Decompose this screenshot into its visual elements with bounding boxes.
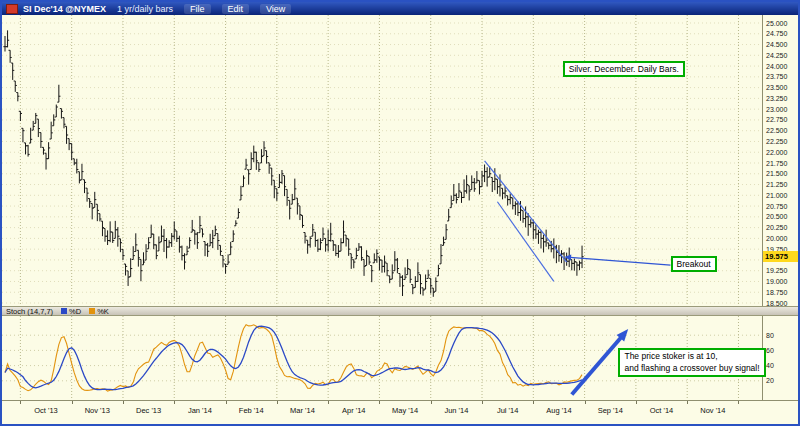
x-axis-tick xyxy=(687,401,688,404)
x-axis-label: Mar '14 xyxy=(280,406,324,415)
price-tick-label: 19.000 xyxy=(766,278,787,285)
x-axis-label: Sep '14 xyxy=(588,406,632,415)
chart-client-area: 25.00024.75024.50024.25024.00023.75023.5… xyxy=(2,15,798,424)
percent-d-label: %D xyxy=(69,307,81,316)
x-axis-tick xyxy=(328,401,329,404)
annotation-breakout[interactable]: Breakout xyxy=(671,256,717,272)
x-axis-tick xyxy=(277,401,278,404)
price-scale[interactable]: 25.00024.75024.50024.25024.00023.75023.5… xyxy=(762,15,799,306)
price-tick-label: 20.500 xyxy=(766,213,787,220)
price-tick-label: 24.750 xyxy=(766,30,787,37)
price-tick-label: 21.000 xyxy=(766,192,787,199)
x-axis-label: Jul '14 xyxy=(486,406,530,415)
price-chart-panel[interactable] xyxy=(2,15,762,306)
indicator-splitter[interactable]: Stoch (14,7,7) %D %K xyxy=(2,306,798,316)
price-tick-label: 21.250 xyxy=(766,181,787,188)
annotation-stoch-note[interactable]: The price stoker is at 10, and flashing … xyxy=(618,348,765,377)
x-axis-label: Dec '13 xyxy=(127,406,171,415)
x-axis-label: Feb '14 xyxy=(229,406,273,415)
stoch-tick-label: 60 xyxy=(766,347,774,354)
annotation-breakout-text: Breakout xyxy=(677,259,711,269)
percent-d-swatch-icon xyxy=(61,308,67,314)
x-axis-label: Nov '14 xyxy=(691,406,735,415)
x-axis-label: Aug '14 xyxy=(537,406,581,415)
x-axis-label: Nov '13 xyxy=(75,406,119,415)
x-axis-tick xyxy=(226,401,227,404)
last-price-badge: 19.575 xyxy=(763,251,799,262)
x-axis-label: Jan '14 xyxy=(178,406,222,415)
percent-k-swatch-icon xyxy=(89,308,95,314)
price-tick-label: 24.500 xyxy=(766,41,787,48)
price-tick-label: 22.750 xyxy=(766,116,787,123)
x-axis-tick xyxy=(431,401,432,404)
x-axis-tick xyxy=(636,401,637,404)
price-tick-label: 24.000 xyxy=(766,63,787,70)
x-axis-tick xyxy=(482,401,483,404)
price-tick-label: 23.000 xyxy=(766,106,787,113)
x-axis-tick xyxy=(174,401,175,404)
price-tick-label: 22.500 xyxy=(766,127,787,134)
stoch-tick-label: 40 xyxy=(766,362,774,369)
x-axis-tick xyxy=(533,401,534,404)
price-tick-label: 19.250 xyxy=(766,267,787,274)
price-tick-label: 21.750 xyxy=(766,160,787,167)
annotation-title-note[interactable]: Silver. December. Daily Bars. xyxy=(563,61,685,77)
x-axis-tick xyxy=(379,401,380,404)
x-axis-label: Apr '14 xyxy=(332,406,376,415)
x-axis[interactable]: Oct '13Nov '13Dec '13Jan '14Feb '14Mar '… xyxy=(2,400,798,424)
legend-percent-k: %K xyxy=(89,307,109,316)
app-icon[interactable] xyxy=(6,4,18,14)
price-tick-label: 20.000 xyxy=(766,235,787,242)
indicator-label: Stoch (14,7,7) xyxy=(6,307,53,316)
percent-k-label: %K xyxy=(97,307,109,316)
price-tick-label: 25.000 xyxy=(766,20,787,27)
x-axis-label: May '14 xyxy=(383,406,427,415)
annotation-stoch-note-line1: The price stoker is at 10, xyxy=(624,351,759,363)
app-window: SI Dec'14 @NYMEX 1 yr/daily bars File Ed… xyxy=(0,0,800,426)
chart-period-label: 1 yr/daily bars xyxy=(117,4,173,14)
price-plot[interactable] xyxy=(2,15,762,306)
menu-file[interactable]: File xyxy=(184,4,211,14)
x-axis-tick xyxy=(72,401,73,404)
price-tick-label: 21.500 xyxy=(766,170,787,177)
menu-view[interactable]: View xyxy=(260,4,291,14)
x-axis-tick xyxy=(738,401,739,404)
stoch-tick-label: 20 xyxy=(766,377,774,384)
price-tick-label: 23.750 xyxy=(766,73,787,80)
stochastic-scale[interactable]: 80604020 xyxy=(762,316,799,400)
x-axis-label: Oct '13 xyxy=(24,406,68,415)
legend-percent-d: %D xyxy=(61,307,81,316)
price-tick-label: 20.250 xyxy=(766,224,787,231)
titlebar[interactable]: SI Dec'14 @NYMEX 1 yr/daily bars File Ed… xyxy=(2,2,798,15)
price-tick-label: 20.750 xyxy=(766,203,787,210)
window-title: SI Dec'14 @NYMEX xyxy=(23,4,106,14)
x-axis-tick xyxy=(123,401,124,404)
price-tick-label: 18.750 xyxy=(766,289,787,296)
x-axis-tick xyxy=(20,401,21,404)
price-tick-label: 22.000 xyxy=(766,149,787,156)
price-tick-label: 23.500 xyxy=(766,84,787,91)
x-axis-label: Jun '14 xyxy=(434,406,478,415)
price-tick-label: 22.250 xyxy=(766,138,787,145)
stoch-tick-label: 80 xyxy=(766,332,774,339)
price-tick-label: 24.250 xyxy=(766,52,787,59)
menu-edit[interactable]: Edit xyxy=(222,4,250,14)
x-axis-tick xyxy=(585,401,586,404)
x-axis-label: Oct '14 xyxy=(640,406,684,415)
annotation-stoch-note-line2: and flashing a crossover buy signal! xyxy=(624,363,759,375)
annotation-title-note-text: Silver. December. Daily Bars. xyxy=(569,64,679,74)
price-tick-label: 23.250 xyxy=(766,95,787,102)
